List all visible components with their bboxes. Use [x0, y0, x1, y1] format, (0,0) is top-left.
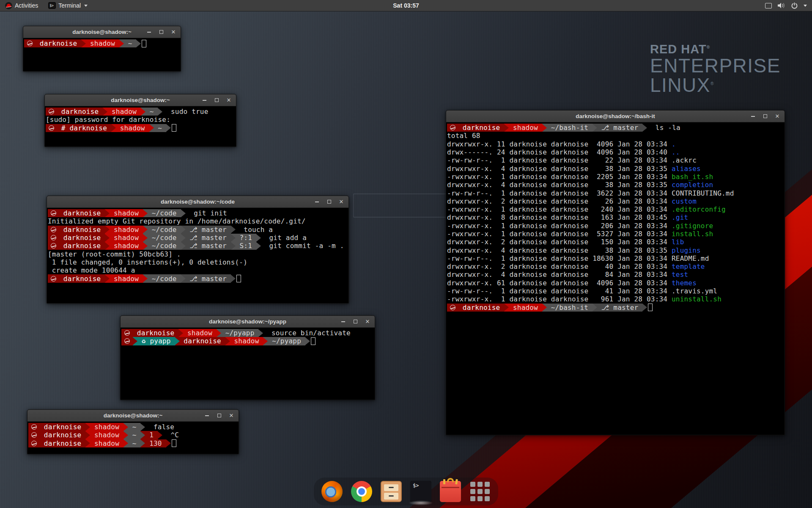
rhel-logo-redhat: RED HAT®	[650, 43, 781, 56]
close-button[interactable]: ✕	[226, 98, 231, 103]
close-button[interactable]: ✕	[365, 319, 370, 324]
prompt-icon-segment	[46, 124, 57, 132]
window-controls: ✕	[314, 196, 344, 207]
app-menu-terminal[interactable]: $> Terminal	[43, 0, 93, 11]
minimize-button[interactable]	[340, 319, 346, 324]
terminal-content[interactable]: darknoise shadow ~/pyapp source bin/acti…	[121, 328, 375, 347]
terminal-line: drwxrwxr-x. 4 darknoise darknoise 38 Jan…	[447, 181, 784, 189]
directory-name: aliases	[672, 164, 701, 172]
minimize-button[interactable]	[750, 114, 755, 119]
powerline-separator-icon	[181, 274, 186, 282]
prompt-icon-segment	[48, 209, 59, 217]
terminal-content[interactable]: darknoise shadow ~	[23, 38, 181, 49]
terminal-window-sudo[interactable]: darknoise@shadow:~✕ darknoise shadow ~ s…	[44, 94, 236, 147]
terminal-line: Initialized empty Git repository in /hom…	[48, 217, 348, 225]
close-button[interactable]: ✕	[171, 30, 176, 35]
terminal-window-pyapp[interactable]: darknoise@shadow:~/pyapp✕ darknoise shad…	[120, 315, 375, 400]
prompt-segment: darknoise	[59, 242, 105, 250]
file-manager-icon[interactable]	[381, 481, 402, 502]
terminal-content[interactable]: darknoise shadow ~/bash-it ⎇ master ls -…	[446, 122, 785, 313]
prompt-segment: ⎇ master	[186, 242, 231, 250]
window-titlebar[interactable]: darknoise@shadow:~/code✕	[47, 196, 348, 208]
window-controls: ✕	[202, 94, 231, 106]
terminal-line: -rw-rw-r--. 1 darknoise darknoise 41 Jan…	[447, 287, 784, 295]
tool-stick	[443, 479, 445, 484]
terminal-content[interactable]: darknoise shadow ~/code git initInitiali…	[47, 208, 348, 284]
chrome-icon[interactable]	[351, 481, 372, 502]
system-status-area[interactable]	[763, 0, 809, 11]
minimize-button[interactable]	[202, 98, 207, 103]
terminal-content[interactable]: darknoise shadow ~ false darknoise shado…	[27, 422, 239, 449]
terminal-window-home-2[interactable]: darknoise@shadow:~✕ darknoise shadow ~ f…	[27, 409, 239, 454]
redhat-prompt-icon	[49, 109, 54, 114]
powerline-separator-icon	[642, 124, 647, 132]
powerline-separator-icon	[140, 423, 145, 431]
prompt-segment: shadow	[110, 242, 143, 250]
window-title: darknoise@shadow:~/code	[47, 199, 348, 205]
prompt-segment: 1	[145, 431, 158, 439]
powerline-separator-icon	[85, 423, 90, 431]
redhat-prompt-icon	[51, 276, 56, 282]
terminal-text: -rwxrwxr-x. 1 darknoise darknoise 961 Ja…	[447, 295, 672, 303]
prompt-segment: darknoise	[59, 234, 105, 242]
close-button[interactable]: ✕	[775, 114, 780, 119]
maximize-button[interactable]	[214, 98, 219, 103]
powerline-separator-icon	[119, 39, 124, 47]
terminal-window-code[interactable]: darknoise@shadow:~/code✕ darknoise shado…	[47, 196, 349, 304]
terminal-icon[interactable]: $>	[410, 481, 431, 502]
powerline-separator-icon	[263, 337, 268, 345]
terminal-text: total 68	[447, 132, 480, 140]
activities-button[interactable]: Activities	[0, 0, 43, 11]
prompt-segment: shadow	[110, 274, 143, 282]
maximize-button[interactable]	[159, 30, 164, 35]
terminal-line: -rw-rw-r--. 1 darknoise darknoise 3622 J…	[447, 189, 784, 197]
terminal-window-home-1[interactable]: darknoise@shadow:~✕ darknoise shadow ~	[23, 26, 181, 72]
window-titlebar[interactable]: darknoise@shadow:~✕	[23, 26, 181, 38]
powerline-separator-icon	[143, 242, 148, 250]
app-grid-icon[interactable]	[469, 481, 491, 502]
terminal-content[interactable]: darknoise shadow ~ sudo true[sudo] passw…	[45, 106, 236, 133]
window-titlebar[interactable]: darknoise@shadow:~/bash-it✕	[446, 110, 785, 122]
prompt-segment: shadow	[509, 124, 542, 132]
powerline-separator-icon	[175, 337, 180, 345]
terminal-text: Initialized empty Git repository in /hom…	[48, 217, 306, 225]
redhat-prompt-icon	[450, 125, 455, 130]
window-titlebar[interactable]: darknoise@shadow:~/pyapp✕	[121, 316, 375, 328]
powerline-separator-icon	[231, 242, 236, 250]
maximize-button[interactable]	[763, 114, 768, 119]
close-button[interactable]: ✕	[229, 413, 234, 418]
top-bar: Activities $> Terminal Sat 03:57	[0, 0, 812, 11]
powerline-separator-icon	[105, 234, 110, 242]
close-button[interactable]: ✕	[339, 199, 344, 204]
firefox-icon[interactable]	[321, 481, 343, 502]
powerline-separator-icon	[141, 108, 145, 116]
powerline-separator-icon	[181, 209, 186, 217]
activities-label: Activities	[15, 2, 38, 9]
directory-name: test	[672, 271, 688, 279]
prompt-segment: darknoise	[458, 124, 504, 132]
powerline-separator-icon	[140, 439, 145, 447]
window-titlebar[interactable]: darknoise@shadow:~✕	[45, 94, 236, 106]
terminal-text: -rwxrwxr-x. 1 darknoise darknoise 206 Ja…	[447, 222, 672, 230]
minimize-button[interactable]	[204, 413, 209, 418]
minimize-button[interactable]	[146, 30, 151, 35]
prompt-segment: ⎇ master	[597, 124, 642, 132]
minimize-button[interactable]	[314, 199, 319, 204]
prompt-segment: # darknoise	[57, 124, 111, 132]
terminal-cursor	[648, 304, 653, 311]
powerline-separator-icon	[256, 234, 261, 242]
toolbox-icon[interactable]	[440, 481, 461, 502]
clock[interactable]: Sat 03:57	[389, 0, 423, 11]
terminal-line: darknoise shadow ~/bash-it ⎇ master ls -…	[447, 124, 784, 132]
terminal-text: -rw-rw-r--. 1 darknoise darknoise 22 Jan…	[447, 156, 697, 164]
maximize-button[interactable]	[326, 199, 332, 204]
terminal-cursor	[142, 40, 146, 47]
window-controls: ✕	[750, 110, 780, 122]
prompt-segment: darknoise	[180, 337, 225, 345]
maximize-button[interactable]	[217, 413, 222, 418]
window-titlebar[interactable]: darknoise@shadow:~✕	[27, 410, 239, 422]
maximize-button[interactable]	[353, 319, 358, 324]
terminal-window-bash-it[interactable]: darknoise@shadow:~/bash-it✕ darknoise sh…	[446, 110, 785, 435]
window-controls: ✕	[146, 26, 176, 38]
directory-name: ..	[672, 148, 680, 156]
